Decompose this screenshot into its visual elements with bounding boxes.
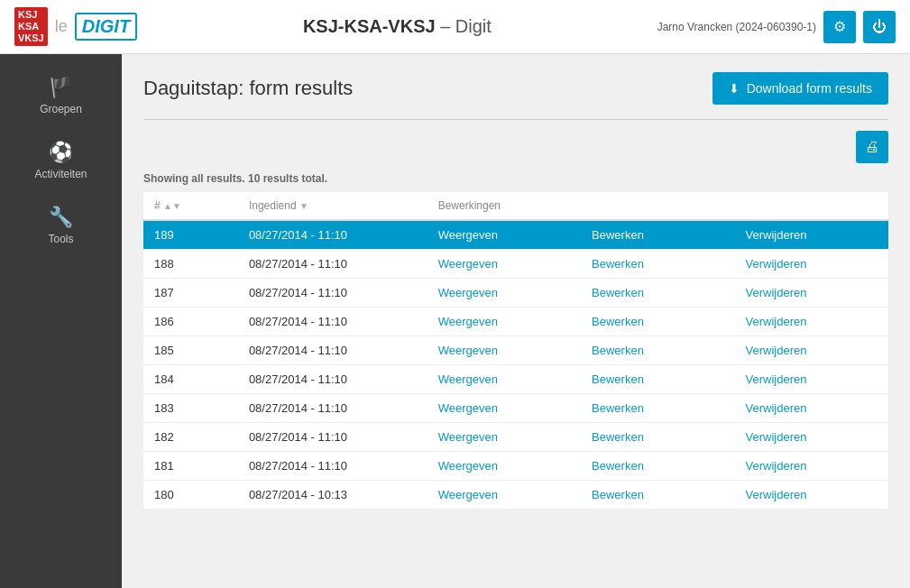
cell-num: 189 xyxy=(143,220,238,250)
bewerken-link[interactable]: Bewerken xyxy=(592,459,644,473)
cell-view[interactable]: Weergeven xyxy=(427,250,581,279)
bewerken-link[interactable]: Bewerken xyxy=(592,228,644,242)
cell-date: 08/27/2014 - 11:10 xyxy=(238,394,427,423)
bewerken-link[interactable]: Bewerken xyxy=(592,401,644,415)
weergeven-link[interactable]: Weergeven xyxy=(438,488,498,501)
cell-edit[interactable]: Bewerken xyxy=(581,365,734,394)
verwijderen-link[interactable]: Verwijderen xyxy=(746,315,807,328)
soccer-icon: ⚽ xyxy=(49,141,73,164)
weergeven-link[interactable]: Weergeven xyxy=(438,401,498,415)
col-header-date: Ingediend ▼ xyxy=(238,192,427,220)
cell-view[interactable]: Weergeven xyxy=(427,279,581,308)
cell-delete[interactable]: Verwijderen xyxy=(735,279,888,308)
verwijderen-link[interactable]: Verwijderen xyxy=(746,488,807,501)
cell-delete[interactable]: Verwijderen xyxy=(735,481,888,510)
table-row: 18108/27/2014 - 11:10WeergevenBewerkenVe… xyxy=(143,452,888,481)
weergeven-link[interactable]: Weergeven xyxy=(438,430,498,444)
bewerken-link[interactable]: Bewerken xyxy=(592,257,644,271)
cell-view[interactable]: Weergeven xyxy=(427,220,581,250)
bewerken-link[interactable]: Bewerken xyxy=(592,372,644,386)
verwijderen-link[interactable]: Verwijderen xyxy=(746,401,807,415)
header-right: Jarno Vrancken (2024-060390-1) ⚙ ⏻ xyxy=(657,11,896,43)
sidebar-item-tools[interactable]: 🔧 Tools xyxy=(0,193,122,258)
cell-delete[interactable]: Verwijderen xyxy=(735,336,888,365)
cell-delete[interactable]: Verwijderen xyxy=(735,423,888,452)
weergeven-link[interactable]: Weergeven xyxy=(438,286,498,299)
weergeven-link[interactable]: Weergeven xyxy=(438,228,498,242)
weergeven-link[interactable]: Weergeven xyxy=(438,372,498,386)
bewerken-link[interactable]: Bewerken xyxy=(592,488,644,501)
table-header-row: # ▲▼ Ingediend ▼ Bewerkingen xyxy=(143,192,888,220)
table-row: 18608/27/2014 - 11:10WeergevenBewerkenVe… xyxy=(143,308,888,336)
app-title: KSJ-KSA-VKSJ – Digit xyxy=(303,16,492,37)
weergeven-link[interactable]: Weergeven xyxy=(438,257,498,271)
bewerken-link[interactable]: Bewerken xyxy=(592,344,644,357)
bewerken-link[interactable]: Bewerken xyxy=(592,315,644,328)
flag-icon: 🏴 xyxy=(49,76,73,99)
col-header-del xyxy=(735,192,888,220)
cell-view[interactable]: Weergeven xyxy=(427,308,581,336)
bewerken-link[interactable]: Bewerken xyxy=(592,430,644,444)
cell-num: 181 xyxy=(143,452,238,481)
col-header-num: # ▲▼ xyxy=(143,192,238,220)
settings-button[interactable]: ⚙ xyxy=(823,11,856,43)
cell-delete[interactable]: Verwijderen xyxy=(735,365,888,394)
verwijderen-link[interactable]: Verwijderen xyxy=(746,228,807,242)
user-info: Jarno Vrancken (2024-060390-1) xyxy=(657,21,816,33)
cell-edit[interactable]: Bewerken xyxy=(581,279,734,308)
cell-view[interactable]: Weergeven xyxy=(427,336,581,365)
cell-edit[interactable]: Bewerken xyxy=(581,220,734,250)
cell-date: 08/27/2014 - 11:10 xyxy=(238,452,427,481)
cell-date: 08/27/2014 - 11:10 xyxy=(238,250,427,279)
table-row: 18408/27/2014 - 11:10WeergevenBewerkenVe… xyxy=(143,365,888,394)
cell-num: 186 xyxy=(143,308,238,336)
cell-num: 182 xyxy=(143,423,238,452)
cell-edit[interactable]: Bewerken xyxy=(581,336,734,365)
logo-digit: DIGIT xyxy=(75,13,137,41)
verwijderen-link[interactable]: Verwijderen xyxy=(746,430,807,444)
verwijderen-link[interactable]: Verwijderen xyxy=(746,286,807,299)
weergeven-link[interactable]: Weergeven xyxy=(438,344,498,357)
cell-delete[interactable]: Verwijderen xyxy=(735,452,888,481)
sort-arrows-date: ▼ xyxy=(299,201,308,211)
cell-delete[interactable]: Verwijderen xyxy=(735,250,888,279)
sidebar-item-tools-label: Tools xyxy=(48,233,73,245)
cell-edit[interactable]: Bewerken xyxy=(581,452,734,481)
cell-view[interactable]: Weergeven xyxy=(427,452,581,481)
cell-date: 08/27/2014 - 10:13 xyxy=(238,481,427,510)
cell-view[interactable]: Weergeven xyxy=(427,481,581,510)
verwijderen-link[interactable]: Verwijderen xyxy=(746,344,807,357)
print-button[interactable]: 🖨 xyxy=(856,131,888,163)
logo-ksj: KSJKSAVKSJ xyxy=(14,7,48,47)
sidebar: 🏴 Groepen ⚽ Activiteiten 🔧 Tools xyxy=(0,54,122,588)
cell-edit[interactable]: Bewerken xyxy=(581,308,734,336)
cell-delete[interactable]: Verwijderen xyxy=(735,220,888,250)
power-button[interactable]: ⏻ xyxy=(863,11,896,43)
cell-view[interactable]: Weergeven xyxy=(427,423,581,452)
divider xyxy=(143,119,888,120)
download-icon: ⬇ xyxy=(729,81,740,96)
table-row: 18208/27/2014 - 11:10WeergevenBewerkenVe… xyxy=(143,423,888,452)
body-layout: 🏴 Groepen ⚽ Activiteiten 🔧 Tools Daguits… xyxy=(0,54,910,588)
cell-edit[interactable]: Bewerken xyxy=(581,423,734,452)
cell-edit[interactable]: Bewerken xyxy=(581,481,734,510)
verwijderen-link[interactable]: Verwijderen xyxy=(746,459,807,473)
weergeven-link[interactable]: Weergeven xyxy=(438,459,498,473)
cell-delete[interactable]: Verwijderen xyxy=(735,394,888,423)
sidebar-item-groepen[interactable]: 🏴 Groepen xyxy=(0,63,122,128)
verwijderen-link[interactable]: Verwijderen xyxy=(746,372,807,386)
cell-edit[interactable]: Bewerken xyxy=(581,250,734,279)
cell-date: 08/27/2014 - 11:10 xyxy=(238,308,427,336)
weergeven-link[interactable]: Weergeven xyxy=(438,315,498,328)
cell-view[interactable]: Weergeven xyxy=(427,365,581,394)
cell-delete[interactable]: Verwijderen xyxy=(735,308,888,336)
sidebar-item-activiteiten[interactable]: ⚽ Activiteiten xyxy=(0,128,122,193)
verwijderen-link[interactable]: Verwijderen xyxy=(746,257,807,271)
download-form-results-button[interactable]: ⬇ Download form results xyxy=(712,72,888,105)
cell-view[interactable]: Weergeven xyxy=(427,394,581,423)
cell-date: 08/27/2014 - 11:10 xyxy=(238,220,427,250)
results-table: # ▲▼ Ingediend ▼ Bewerkingen 18908/27/20… xyxy=(143,192,888,510)
table-row: 18308/27/2014 - 11:10WeergevenBewerkenVe… xyxy=(143,394,888,423)
bewerken-link[interactable]: Bewerken xyxy=(592,286,644,299)
cell-edit[interactable]: Bewerken xyxy=(581,394,734,423)
